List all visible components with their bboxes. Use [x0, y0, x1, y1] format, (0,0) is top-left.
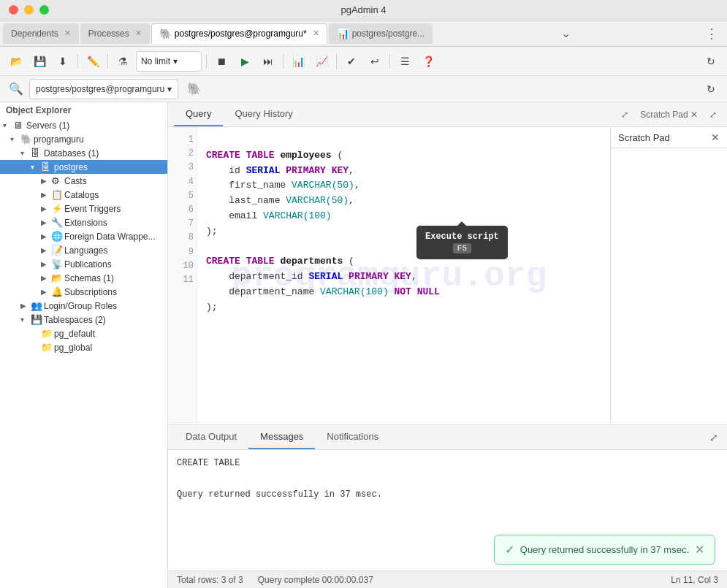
explain-button[interactable]: 📊	[288, 51, 308, 72]
sidebar-item-foreign-data[interactable]: ▶ 🌐 Foreign Data Wrappe...	[0, 229, 167, 243]
help-button[interactable]: ❓	[418, 51, 438, 72]
foreign-data-icon: 🌐	[51, 231, 64, 242]
content-area: Object Explorer ▾ 🖥 Servers (1) ▾ 🐘 prog…	[0, 102, 727, 588]
pg-global-label: pg_global	[54, 343, 92, 353]
sidebar-item-pg-default[interactable]: 📁 pg_default	[0, 327, 167, 340]
sidebar-item-languages[interactable]: ▶ 📝 Languages	[0, 243, 167, 257]
db-connect-button[interactable]: 🐘	[184, 79, 205, 99]
query-complete: Query complete 00:00:00.037	[258, 575, 373, 585]
db-selector[interactable]: postgres/postgres@programguru ▾	[29, 79, 178, 99]
main-panel: Query Query History ⤢ Scratch Pad ✕ ⤢	[168, 102, 727, 588]
tablespaces-icon: 💾	[31, 314, 44, 325]
sidebar-item-subscriptions[interactable]: ▶ 🔔 Subscriptions	[0, 285, 167, 299]
postgres-label: postgres	[54, 162, 88, 172]
save-button[interactable]: 💾	[29, 51, 50, 72]
notification-close-button[interactable]: ✕	[695, 543, 704, 557]
scratch-pad: Scratch Pad ✕	[610, 127, 727, 424]
expand-bottom-button[interactable]: ⤢	[707, 429, 721, 446]
message-line-2	[177, 472, 718, 488]
sidebar-header: Object Explorer	[0, 102, 167, 118]
success-notification: ✓ Query returned successfully in 37 msec…	[494, 535, 715, 565]
sidebar-item-servers[interactable]: ▾ 🖥 Servers (1)	[0, 118, 167, 132]
tab-processes[interactable]: Processes ✕	[80, 23, 150, 44]
tab-bar: Dependents ✕ Processes ✕ 🐘 postgres/post…	[0, 20, 727, 47]
sidebar-item-extensions[interactable]: ▶ 🔧 Extensions	[0, 215, 167, 229]
databases-label: Databases (1)	[44, 148, 99, 159]
query-editor-tabs: Query Query History ⤢ Scratch Pad ✕ ⤢	[168, 102, 727, 127]
expand-editor-button[interactable]: ⤢	[617, 108, 633, 121]
expand-scratch-button[interactable]: ⤢	[705, 108, 721, 121]
expand-icon: ▶	[41, 288, 51, 296]
cursor-position: Ln 11, Col 3	[671, 575, 718, 585]
maximize-button[interactable]	[39, 5, 49, 15]
app-title: pgAdmin 4	[340, 4, 386, 15]
publications-label: Publications	[64, 259, 112, 270]
tab-menu-button[interactable]: ⋮	[699, 23, 724, 45]
db-icon-button[interactable]: 🔍	[6, 79, 26, 99]
sidebar-item-event-triggers[interactable]: ▶ ⚡ Event Triggers	[0, 202, 167, 215]
tab-close-icon[interactable]: ✕	[64, 28, 71, 38]
tab-dependents[interactable]: Dependents ✕	[3, 23, 79, 44]
tab-query2[interactable]: 📊 postgres/postgre...	[329, 23, 433, 44]
tab-query-history[interactable]: Query History	[223, 102, 304, 126]
tab-close-icon[interactable]: ✕	[313, 28, 319, 38]
save-as-button[interactable]: ⬇	[53, 51, 73, 72]
schemas-label: Schemas (1)	[64, 273, 114, 283]
editor-scratch-container: 12345 67891011 CREATE TABLE employees ( …	[168, 127, 727, 424]
explain-analyze-button[interactable]: 📈	[311, 51, 332, 72]
minimize-button[interactable]	[24, 5, 34, 15]
close-button[interactable]	[9, 5, 18, 15]
sidebar-item-schemas[interactable]: ▶ 📂 Schemas (1)	[0, 271, 167, 285]
foreign-data-label: Foreign Data Wrappe...	[64, 232, 156, 242]
sidebar-item-programguru[interactable]: ▾ 🐘 programguru	[0, 132, 167, 146]
sidebar-item-catalogs[interactable]: ▶ 📋 Catalogs	[0, 188, 167, 202]
tab-messages[interactable]: Messages	[248, 425, 315, 449]
login-roles-icon: 👥	[31, 300, 44, 311]
window-controls[interactable]	[9, 5, 49, 15]
expand-icon: ▶	[20, 302, 31, 310]
expand-icon: ▶	[41, 177, 51, 185]
sidebar-item-publications[interactable]: ▶ 📡 Publications	[0, 257, 167, 271]
sidebar-item-casts[interactable]: ▶ ⚙ Casts	[0, 174, 167, 188]
tab-notifications[interactable]: Notifications	[315, 425, 390, 449]
sidebar-item-pg-global[interactable]: 📁 pg_global	[0, 340, 167, 354]
filter-button[interactable]: ⚗	[113, 51, 133, 72]
query-icon: 📊	[337, 28, 349, 39]
messages-label: Messages	[260, 431, 303, 442]
total-rows: Total rows: 3 of 3	[177, 575, 243, 585]
stop-button[interactable]: ⏹	[211, 51, 232, 72]
code-editor[interactable]: 12345 67891011 CREATE TABLE employees ( …	[168, 127, 610, 424]
tab-more-button[interactable]: ⌄	[555, 23, 576, 43]
folder-icon: 📁	[41, 342, 54, 353]
scratch-pad-close-icon[interactable]: ✕	[711, 131, 720, 143]
tab-label: Processes	[88, 28, 129, 39]
tab-query1[interactable]: 🐘 postgres/postgres@programguru* ✕	[151, 23, 327, 44]
scratch-pad-close-button[interactable]: Scratch Pad ✕	[636, 108, 702, 121]
sidebar-item-tablespaces[interactable]: ▾ 💾 Tablespaces (2)	[0, 313, 167, 327]
message-line-3: Query returned successfully in 37 msec.	[177, 487, 718, 503]
separator	[336, 54, 337, 69]
sidebar-item-databases[interactable]: ▾ 🗄 Databases (1)	[0, 146, 167, 160]
status-bar: Total rows: 3 of 3 Query complete 00:00:…	[168, 570, 727, 588]
edit-button[interactable]: ✏️	[83, 51, 103, 72]
commit-button[interactable]: ✔	[341, 51, 362, 72]
no-limit-select[interactable]: No limit ▾	[136, 51, 202, 72]
format-button[interactable]: ☰	[395, 51, 415, 72]
refresh-button[interactable]: ↻	[701, 51, 721, 72]
run-button[interactable]: ▶	[235, 51, 255, 72]
code-content[interactable]: CREATE TABLE employees ( id SERIAL PRIMA…	[197, 127, 610, 424]
scratch-pad-content[interactable]	[611, 148, 727, 424]
auto-rollback-button[interactable]: ↻	[701, 79, 721, 99]
tab-data-output[interactable]: Data Output	[174, 425, 248, 449]
tab-query[interactable]: Query	[174, 102, 223, 126]
separator	[107, 54, 108, 69]
servers-label: Servers (1)	[26, 121, 69, 131]
rollback-button[interactable]: ↩	[365, 51, 385, 72]
folder-icon: 📁	[41, 328, 54, 339]
open-button[interactable]: 📂	[6, 51, 26, 72]
postgres-icon: 🐘	[159, 28, 172, 39]
run-options-button[interactable]: ⏭	[258, 51, 278, 72]
tab-close-icon[interactable]: ✕	[135, 28, 142, 38]
sidebar-item-login-roles[interactable]: ▶ 👥 Login/Group Roles	[0, 299, 167, 313]
sidebar-item-postgres[interactable]: ▾ 🗄 postgres	[0, 160, 167, 174]
